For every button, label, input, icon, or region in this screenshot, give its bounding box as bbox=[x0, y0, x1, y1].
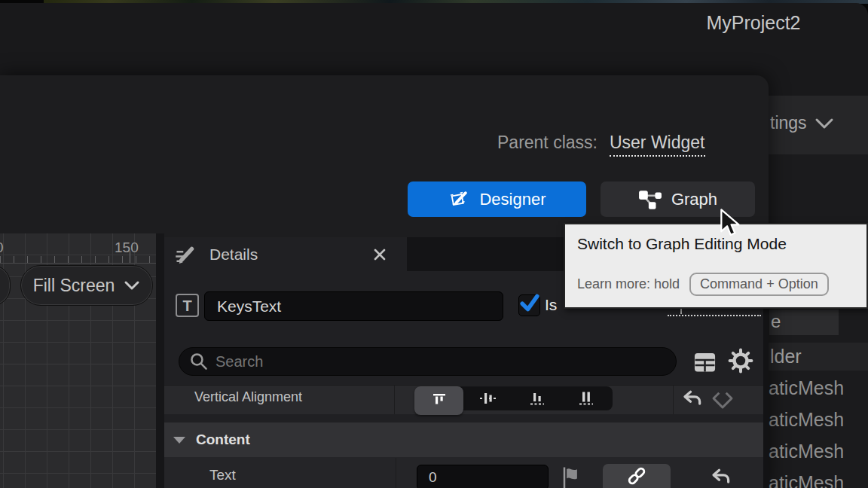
graph-mode-tooltip: Switch to Graph Editing Mode Learn more:… bbox=[564, 223, 868, 309]
content-section-label: Content bbox=[196, 432, 250, 448]
text-property-label: Text bbox=[209, 467, 236, 483]
expander-triangle-icon[interactable] bbox=[173, 437, 185, 444]
details-tab-title: Details bbox=[209, 246, 258, 264]
search-icon bbox=[188, 351, 209, 372]
search-input[interactable] bbox=[215, 353, 676, 371]
details-settings-button[interactable] bbox=[728, 348, 753, 374]
column-divider bbox=[673, 386, 674, 414]
align-center-icon bbox=[479, 391, 497, 406]
chevron-down-icon bbox=[815, 117, 834, 130]
fill-screen-label: Fill Screen bbox=[33, 276, 115, 296]
align-bottom-button[interactable] bbox=[512, 386, 561, 410]
list-item[interactable]: aticMesh bbox=[769, 409, 868, 431]
ruler-major-tick bbox=[130, 251, 130, 263]
column-divider bbox=[394, 386, 395, 414]
list-item[interactable]: e bbox=[769, 310, 839, 335]
ruler-label-150: 150 bbox=[115, 239, 139, 256]
tooltip-hint-text: Learn more: hold bbox=[577, 276, 680, 292]
settings-dropdown-label: tings bbox=[770, 113, 807, 133]
is-variable-label: Is bbox=[545, 296, 557, 314]
panel-splitter[interactable] bbox=[156, 233, 164, 488]
align-fill-button[interactable] bbox=[561, 386, 610, 410]
link-chain-icon bbox=[625, 465, 648, 486]
content-section-header[interactable]: Content bbox=[164, 422, 763, 457]
align-bottom-icon bbox=[528, 391, 546, 406]
ruler bbox=[0, 256, 156, 263]
align-top-button[interactable] bbox=[414, 386, 463, 415]
property-matrix-button[interactable] bbox=[693, 350, 717, 374]
fill-screen-dropdown[interactable]: Fill Screen bbox=[20, 265, 153, 306]
list-item[interactable]: lder bbox=[767, 343, 868, 371]
window-title: MyProject2 bbox=[663, 12, 844, 34]
checkmark-icon bbox=[518, 291, 542, 315]
settings-dropdown[interactable]: tings bbox=[770, 113, 834, 133]
details-search-bar[interactable] bbox=[179, 347, 677, 376]
parent-class-label: Parent class: bbox=[497, 133, 598, 153]
reset-to-default-button[interactable] bbox=[681, 389, 704, 408]
ruler-baseline bbox=[0, 263, 156, 264]
designer-mode-button[interactable]: Designer bbox=[408, 181, 586, 217]
gear-icon bbox=[728, 348, 753, 374]
vertical-alignment-label: Vertical Alignment bbox=[194, 389, 302, 405]
list-item[interactable]: aticMesh bbox=[769, 377, 868, 399]
designer-mode-label: Designer bbox=[479, 190, 546, 209]
bind-button[interactable] bbox=[603, 464, 671, 488]
close-icon[interactable] bbox=[372, 247, 387, 262]
reset-to-default-button[interactable] bbox=[710, 467, 732, 486]
screen: MyProject2 tings e lder aticMesh aticMes… bbox=[0, 0, 868, 488]
table-grid-icon bbox=[693, 350, 717, 374]
ruler-label-0: 0 bbox=[0, 239, 4, 256]
list-item[interactable]: aticMesh bbox=[769, 441, 868, 462]
text-widget-type-icon: T bbox=[176, 294, 199, 317]
graph-mode-label: Graph bbox=[671, 190, 717, 209]
mouse-cursor bbox=[719, 209, 743, 237]
vertical-alignment-segmented-control bbox=[414, 386, 613, 410]
tooltip-title: Switch to Graph Editing Mode bbox=[577, 235, 787, 253]
keyboard-shortcut-badge: Command + Option bbox=[689, 273, 829, 296]
graph-icon bbox=[638, 190, 662, 209]
widget-name-input[interactable] bbox=[204, 291, 503, 321]
parent-class-link[interactable]: User Widget bbox=[610, 133, 705, 157]
tooltip-hint: Learn more: hold Command + Option bbox=[577, 273, 829, 296]
details-tab[interactable]: Details bbox=[164, 237, 407, 271]
column-divider bbox=[396, 458, 396, 488]
parent-class-row: Parent class: User Widget bbox=[497, 133, 705, 157]
designer-icon bbox=[448, 189, 470, 210]
undo-arrow-icon bbox=[681, 389, 704, 408]
details-icon bbox=[173, 243, 199, 266]
align-top-icon bbox=[430, 393, 448, 408]
text-value-input[interactable] bbox=[417, 465, 549, 488]
align-fill-icon bbox=[577, 391, 595, 406]
diamond-icon bbox=[710, 386, 735, 410]
expand-node-button[interactable] bbox=[710, 386, 735, 410]
binding-link-underline bbox=[668, 315, 761, 316]
localization-flag-icon[interactable] bbox=[561, 465, 583, 488]
undo-arrow-icon bbox=[710, 467, 732, 486]
list-item[interactable]: aticMesh bbox=[769, 472, 868, 488]
chevron-down-icon bbox=[124, 280, 140, 291]
align-center-button[interactable] bbox=[463, 386, 512, 410]
